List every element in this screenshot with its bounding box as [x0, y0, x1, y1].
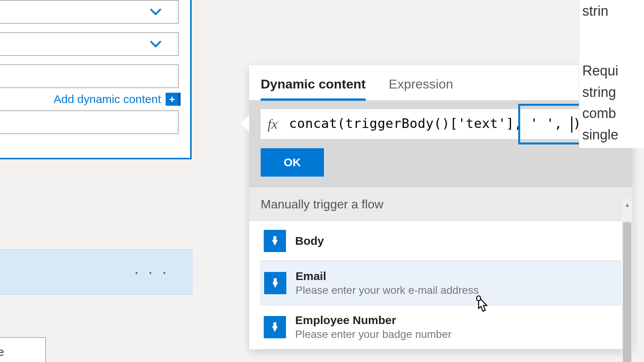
text-cursor	[571, 116, 572, 133]
trigger-icon	[264, 272, 286, 294]
chevron-down-icon	[149, 5, 163, 19]
input-field-1[interactable]	[0, 0, 179, 24]
svg-point-2	[273, 323, 276, 326]
dynamic-item-email[interactable]: Email Please enter your work e-mail addr…	[261, 261, 621, 305]
chevron-down-icon	[149, 37, 163, 51]
add-dynamic-content-link[interactable]: Add dynamic content	[54, 93, 161, 106]
svg-point-1	[274, 279, 277, 282]
dynamic-content-list: Body Email Please enter your work e-mail…	[249, 221, 632, 349]
secondary-action-card[interactable]: · · ·	[0, 249, 192, 295]
tab-dynamic-content[interactable]: Dynamic content	[261, 77, 366, 101]
item-title: Email	[296, 270, 479, 283]
scroll-up-icon[interactable]: ▴	[622, 199, 632, 210]
expression-editor-area: fx concat(triggerBody()['text'], ' ', ) …	[249, 101, 632, 187]
ok-button[interactable]: OK	[261, 148, 324, 177]
input-field-4[interactable]	[0, 110, 179, 134]
dynamic-content-popup: ︿ 3/3 ﹀ Dynamic content Expression fx co…	[249, 65, 632, 349]
add-dynamic-content-row[interactable]: Add dynamic content +	[0, 93, 179, 106]
item-title: Employee Number	[295, 314, 452, 327]
plus-icon[interactable]: +	[166, 93, 179, 106]
popup-tabs: Dynamic content Expression	[249, 65, 632, 101]
expression-input[interactable]: fx concat(triggerBody()['text'], ' ', )	[261, 109, 621, 139]
dynamic-item-employee-number[interactable]: Employee Number Please enter your badge …	[261, 305, 621, 349]
scrollbar[interactable]: ▴	[622, 199, 632, 349]
fx-icon: fx	[268, 116, 278, 132]
item-description: Please enter your badge number	[295, 328, 452, 341]
dynamic-item-body[interactable]: Body	[261, 221, 621, 261]
trigger-icon	[264, 230, 286, 252]
svg-point-0	[273, 237, 276, 240]
tooltip-panel: strin Requi string comb single	[579, 0, 644, 148]
flow-action-card: Add dynamic content +	[0, 0, 192, 159]
input-field-3[interactable]	[0, 64, 179, 88]
expression-text: concat(triggerBody()['text'], ' ', )	[289, 116, 581, 133]
item-description: Please enter your work e-mail address	[296, 284, 479, 296]
item-title: Body	[295, 234, 324, 247]
scroll-thumb[interactable]	[623, 222, 631, 362]
partial-field[interactable]: e	[0, 337, 46, 362]
more-options-icon[interactable]: · · ·	[134, 262, 169, 282]
trigger-section-header: Manually trigger a flow	[249, 187, 632, 221]
tab-expression[interactable]: Expression	[389, 77, 453, 100]
trigger-icon	[264, 316, 286, 338]
popup-caret-icon	[241, 115, 249, 132]
input-field-2[interactable]	[0, 32, 179, 56]
